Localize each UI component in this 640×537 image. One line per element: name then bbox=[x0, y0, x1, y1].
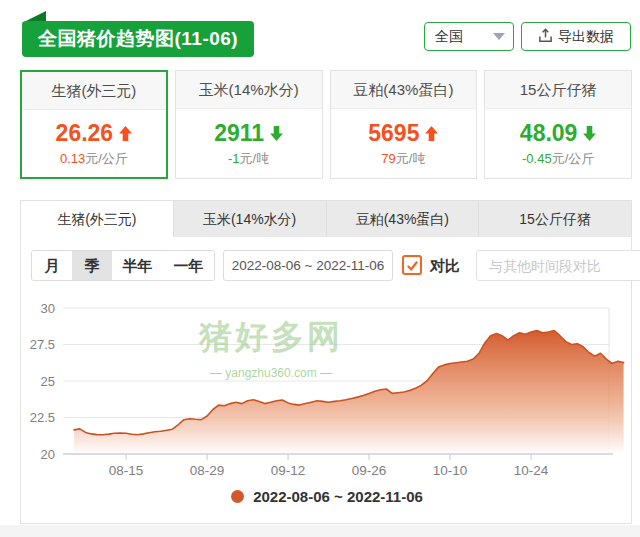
card-change: 79元/吨 bbox=[381, 150, 425, 168]
card-change: -1元/吨 bbox=[228, 150, 269, 168]
card-body: 2911 -1元/吨 bbox=[176, 109, 322, 178]
card-title: 玉米(14%水分) bbox=[176, 71, 322, 109]
period-quarter[interactable]: 季 bbox=[72, 251, 112, 280]
page-bottom-strip bbox=[0, 525, 640, 537]
legend-label: 2022-08-06 ~ 2022-11-06 bbox=[253, 488, 423, 505]
tab-live-pig[interactable]: 生猪(外三元) bbox=[21, 201, 173, 237]
svg-text:08-29: 08-29 bbox=[190, 463, 225, 478]
chevron-down-icon bbox=[493, 33, 505, 40]
check-icon bbox=[406, 259, 419, 272]
card-soybean-meal[interactable]: 豆粕(43%蛋白) 5695 79元/吨 bbox=[330, 70, 478, 179]
chart-tabs: 生猪(外三元) 玉米(14%水分) 豆粕(43%蛋白) 15公斤仔猪 bbox=[20, 200, 632, 237]
card-corn[interactable]: 玉米(14%水分) 2911 -1元/吨 bbox=[175, 70, 323, 179]
compare-range-input[interactable] bbox=[476, 250, 640, 281]
card-value: 48.09 bbox=[520, 120, 597, 147]
chart-panel: 月 季 半年 一年 2022-08-06 ~ 2022-11-06 对比 202… bbox=[20, 237, 632, 524]
arrow-up-icon bbox=[425, 126, 438, 141]
tab-corn[interactable]: 玉米(14%水分) bbox=[173, 201, 326, 237]
card-title: 15公斤仔猪 bbox=[485, 71, 631, 109]
svg-text:25: 25 bbox=[41, 374, 55, 389]
period-year[interactable]: 一年 bbox=[163, 251, 214, 280]
card-value: 5695 bbox=[368, 120, 438, 147]
compare-label: 对比 bbox=[430, 250, 460, 281]
period-switcher: 月 季 半年 一年 bbox=[31, 250, 215, 281]
period-half-year[interactable]: 半年 bbox=[112, 251, 163, 280]
arrow-down-icon bbox=[270, 126, 283, 141]
export-data-button[interactable]: 导出数据 bbox=[521, 22, 631, 51]
card-body: 5695 79元/吨 bbox=[331, 109, 477, 178]
card-body: 48.09 -0.45元/公斤 bbox=[485, 109, 631, 178]
arrow-down-icon bbox=[583, 126, 596, 141]
card-title: 生猪(外三元) bbox=[22, 72, 166, 110]
price-trend-chart[interactable]: 2022.52527.53008-1508-2909-1209-2610-101… bbox=[21, 288, 633, 488]
svg-text:30: 30 bbox=[41, 301, 55, 316]
region-select[interactable]: 全国 bbox=[424, 22, 514, 51]
compare-checkbox[interactable] bbox=[402, 255, 422, 275]
card-change: 0.13元/公斤 bbox=[60, 150, 128, 168]
svg-text:10-24: 10-24 bbox=[514, 463, 549, 478]
card-value: 2911 bbox=[214, 120, 283, 147]
svg-text:08-15: 08-15 bbox=[109, 463, 144, 478]
card-live-pig[interactable]: 生猪(外三元) 26.26 0.13元/公斤 bbox=[20, 70, 168, 179]
period-month[interactable]: 月 bbox=[32, 251, 72, 280]
tab-soybean-meal[interactable]: 豆粕(43%蛋白) bbox=[326, 201, 479, 237]
legend-dot-icon bbox=[231, 490, 244, 503]
arrow-up-icon bbox=[119, 126, 132, 141]
svg-text:09-26: 09-26 bbox=[352, 463, 387, 478]
svg-text:10-10: 10-10 bbox=[433, 463, 468, 478]
export-label: 导出数据 bbox=[558, 28, 614, 46]
date-range-picker[interactable]: 2022-08-06 ~ 2022-11-06 bbox=[223, 250, 393, 281]
svg-text:22.5: 22.5 bbox=[30, 410, 55, 425]
chart-legend[interactable]: 2022-08-06 ~ 2022-11-06 bbox=[21, 484, 633, 508]
card-change: -0.45元/公斤 bbox=[522, 150, 594, 168]
export-icon bbox=[538, 28, 553, 46]
card-title: 豆粕(43%蛋白) bbox=[331, 71, 477, 109]
card-body: 26.26 0.13元/公斤 bbox=[22, 110, 166, 177]
svg-text:20: 20 bbox=[41, 447, 55, 462]
svg-text:09-12: 09-12 bbox=[271, 463, 306, 478]
tab-piglet[interactable]: 15公斤仔猪 bbox=[478, 201, 631, 237]
summary-cards: 生猪(外三元) 26.26 0.13元/公斤 玉米(14%水分) 2911 -1… bbox=[20, 70, 632, 179]
region-select-value: 全国 bbox=[435, 28, 463, 46]
svg-text:27.5: 27.5 bbox=[30, 337, 55, 352]
page-title: 全国猪价趋势图(11-06) bbox=[22, 21, 254, 57]
card-value: 26.26 bbox=[56, 120, 133, 147]
card-piglet[interactable]: 15公斤仔猪 48.09 -0.45元/公斤 bbox=[484, 70, 632, 179]
